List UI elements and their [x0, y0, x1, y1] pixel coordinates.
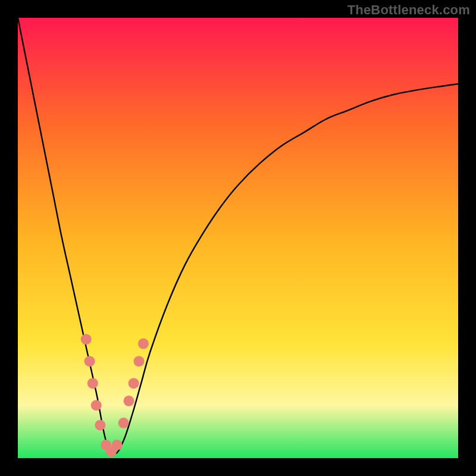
data-marker: [138, 339, 149, 349]
data-marker: [87, 378, 98, 389]
data-marker: [123, 396, 134, 406]
watermark-text: TheBottleneck.com: [347, 2, 470, 18]
bottleneck-curve: [18, 18, 458, 454]
data-marker: [91, 400, 102, 411]
data-marker: [95, 420, 105, 431]
data-markers: [81, 334, 149, 457]
data-marker: [84, 356, 95, 367]
chart-frame: TheBottleneck.com: [0, 0, 476, 476]
plot-area: [18, 18, 458, 458]
data-marker: [81, 334, 92, 345]
data-marker: [118, 418, 129, 428]
curve-layer: [18, 18, 458, 458]
data-marker: [112, 440, 123, 450]
data-marker: [129, 378, 139, 389]
data-marker: [134, 356, 145, 367]
